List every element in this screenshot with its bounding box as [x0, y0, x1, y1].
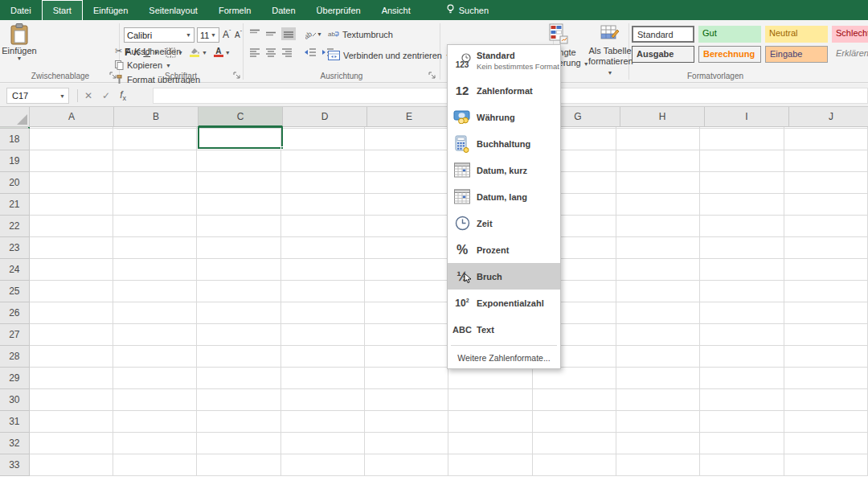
cell-I31[interactable]: [700, 411, 784, 433]
cell-D21[interactable]: [281, 194, 365, 216]
tab-ueberpruefen[interactable]: Überprüfen: [306, 0, 371, 20]
menu-item-zeit[interactable]: Zeit: [448, 210, 560, 236]
fill-color-button[interactable]: [190, 47, 200, 57]
cell-E33[interactable]: [365, 454, 448, 476]
column-header-B[interactable]: B: [114, 107, 199, 127]
cell-D28[interactable]: [281, 346, 365, 368]
cell-J29[interactable]: [784, 368, 868, 389]
cell-H30[interactable]: [616, 389, 700, 411]
row-header-25[interactable]: 25: [0, 281, 30, 302]
cell-G33[interactable]: [533, 454, 616, 476]
row-header-18[interactable]: 18: [0, 129, 30, 150]
copy-dropdown-arrow[interactable]: ▼: [166, 63, 171, 68]
cell-I21[interactable]: [700, 194, 784, 216]
row-header-19[interactable]: 19: [0, 150, 30, 172]
menu-item-standard[interactable]: 123 StandardKein bestimmtes Format: [448, 45, 560, 77]
insert-function-icon[interactable]: fx: [120, 89, 126, 102]
cell-J27[interactable]: [784, 324, 868, 346]
clipboard-dialog-launcher[interactable]: [109, 72, 117, 80]
cell-B22[interactable]: [113, 216, 197, 237]
cell-style-ausgabe[interactable]: Ausgabe: [632, 46, 694, 63]
column-header-E[interactable]: E: [367, 107, 452, 127]
cell-D22[interactable]: [281, 216, 365, 237]
cell-C24[interactable]: [197, 259, 280, 281]
cell-A29[interactable]: [30, 368, 113, 389]
cell-E23[interactable]: [365, 237, 448, 259]
cell-E32[interactable]: [365, 433, 448, 454]
cell-A22[interactable]: [30, 216, 113, 237]
cell-I32[interactable]: [700, 433, 784, 454]
bold-button[interactable]: F: [125, 47, 130, 58]
cell-E29[interactable]: [365, 368, 448, 389]
cell-H28[interactable]: [616, 346, 700, 368]
cell-I22[interactable]: [700, 216, 784, 237]
cell-E20[interactable]: [365, 172, 448, 194]
cell-J31[interactable]: [784, 411, 868, 433]
cell-E21[interactable]: [365, 194, 448, 216]
cell-D19[interactable]: [281, 150, 365, 172]
cell-C27[interactable]: [197, 324, 280, 346]
paste-dropdown-arrow[interactable]: ▼: [17, 55, 23, 61]
cancel-icon[interactable]: ✕: [84, 90, 92, 101]
cell-J30[interactable]: [784, 389, 868, 411]
tab-start[interactable]: Start: [42, 0, 83, 20]
alignment-dialog-launcher[interactable]: [428, 72, 436, 80]
cell-E28[interactable]: [365, 346, 448, 368]
tab-daten[interactable]: Daten: [261, 0, 305, 20]
cell-B29[interactable]: [113, 368, 197, 389]
cell-style-erklaerend[interactable]: Erklärender: [832, 46, 868, 63]
font-name-combo[interactable]: Calibri▼: [124, 27, 194, 43]
align-right-button[interactable]: [281, 47, 293, 57]
cell-F33[interactable]: [448, 454, 532, 476]
underline-dropdown-arrow[interactable]: ▼: [154, 50, 159, 55]
cell-G32[interactable]: [533, 433, 616, 454]
cell-D26[interactable]: [281, 302, 365, 324]
cell-E27[interactable]: [365, 324, 448, 346]
tab-einfuegen[interactable]: Einfügen: [83, 0, 138, 20]
cell-H18[interactable]: [616, 129, 700, 150]
cell-J18[interactable]: [784, 129, 868, 150]
menu-item-zahlenformat[interactable]: 12 Zahlenformat: [448, 77, 560, 104]
fill-handle[interactable]: [280, 146, 284, 150]
row-header-28[interactable]: 28: [0, 346, 30, 368]
cell-I27[interactable]: [700, 324, 784, 346]
cell-I20[interactable]: [700, 172, 784, 194]
cell-D30[interactable]: [281, 389, 365, 411]
align-bottom-button[interactable]: [281, 27, 296, 40]
merge-center-button[interactable]: Verbinden und zentrieren ▼: [328, 51, 451, 60]
cell-I26[interactable]: [700, 302, 784, 324]
cell-E22[interactable]: [365, 216, 448, 237]
cell-A27[interactable]: [30, 324, 113, 346]
cell-I18[interactable]: [700, 129, 784, 150]
cell-E31[interactable]: [365, 411, 448, 433]
cell-J21[interactable]: [784, 194, 868, 216]
cell-style-berechnung[interactable]: Berechnung: [698, 46, 761, 63]
cell-E18[interactable]: [365, 129, 448, 150]
cell-style-schlecht[interactable]: Schlecht: [832, 26, 868, 43]
menu-item-text[interactable]: ABC Text: [448, 316, 560, 343]
enter-icon[interactable]: ✓: [102, 90, 110, 101]
cell-H27[interactable]: [616, 324, 700, 346]
orientation-dropdown-arrow[interactable]: ▼: [317, 31, 322, 37]
cell-style-eingabe[interactable]: Eingabe: [765, 46, 828, 63]
cell-I25[interactable]: [700, 281, 784, 302]
row-header-23[interactable]: 23: [0, 237, 30, 259]
cell-H22[interactable]: [616, 216, 700, 237]
cell-B28[interactable]: [113, 346, 197, 368]
cell-B27[interactable]: [113, 324, 197, 346]
cell-C23[interactable]: [197, 237, 280, 259]
tab-datei[interactable]: Datei: [0, 0, 42, 20]
font-dialog-launcher[interactable]: [233, 72, 241, 80]
cell-C32[interactable]: [197, 433, 280, 454]
font-color-button[interactable]: A: [214, 47, 223, 57]
cell-C25[interactable]: [197, 281, 280, 302]
cell-H31[interactable]: [616, 411, 700, 433]
active-cell-selection[interactable]: [198, 126, 283, 149]
menu-item-buchhaltung[interactable]: Buchhaltung: [448, 130, 560, 157]
cell-style-neutral[interactable]: Neutral: [765, 26, 828, 43]
format-as-table-button[interactable]: Als Tabelle formatieren ▼: [588, 23, 632, 78]
cell-B21[interactable]: [113, 194, 197, 216]
cell-F30[interactable]: [448, 389, 532, 411]
cell-A23[interactable]: [30, 237, 113, 259]
cell-J25[interactable]: [784, 281, 868, 302]
